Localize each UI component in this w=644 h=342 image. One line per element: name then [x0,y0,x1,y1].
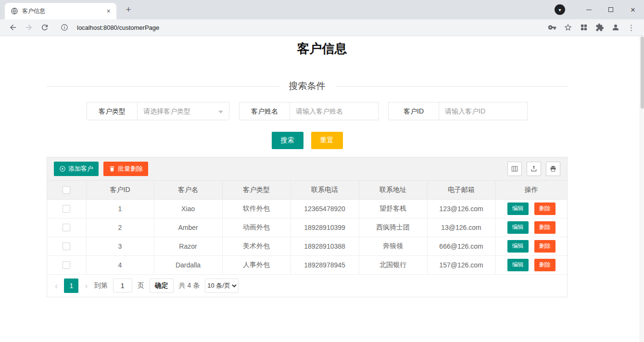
header-phone: 联系电话 [290,181,359,199]
customer-type-select-value: 请选择客户类型 [143,107,190,115]
select-all-checkbox[interactable] [63,186,70,194]
tab-strip: 客户信息 × + ▾ × [0,0,644,19]
customer-id-label: 客户ID [388,102,439,120]
password-key-icon[interactable] [545,21,558,34]
cell-customer-id: 3 [86,237,154,255]
search-form: 客户类型 请选择客户类型 客户姓名 客户ID [47,102,568,120]
cell-email: 13@126.com [427,218,495,237]
delete-button[interactable]: 删除 [534,203,556,215]
tab-title: 客户信息 [22,7,101,15]
reset-button[interactable]: 重置 [311,132,343,149]
site-info-icon[interactable] [58,21,71,34]
trash-icon [109,165,115,172]
refresh-button[interactable] [38,21,51,34]
cell-customer-type: 软件外包 [222,199,290,218]
cell-customer-type: 人事外包 [222,255,290,274]
row-checkbox[interactable] [63,261,70,269]
search-legend: 搜索条件 [279,80,335,92]
row-checkbox[interactable] [63,205,70,213]
delete-button[interactable]: 删除 [534,259,556,271]
batch-delete-button[interactable]: 批量删除 [103,162,148,176]
edit-button[interactable]: 编辑 [507,259,529,271]
browser-chrome: 客户信息 × + ▾ × localhost:8080/customerPage [0,0,644,36]
browser-menu-icon[interactable]: ⋮ [625,21,638,34]
prev-page-button[interactable]: ‹ [54,280,59,291]
header-operations: 操作 [495,181,567,199]
cell-customer-id: 1 [86,199,154,218]
customer-table: 客户ID 客户名 客户类型 联系电话 联系地址 电子邮箱 操作 1 Xiao [47,181,567,275]
plus-circle-icon [59,165,66,172]
customer-name-input[interactable] [290,102,379,120]
export-button[interactable] [527,162,541,176]
cell-customer-id: 2 [86,218,154,237]
tab-close-icon[interactable]: × [104,7,113,15]
row-checkbox[interactable] [63,242,70,250]
page-size-select[interactable]: 10 条/页 [205,279,239,293]
bookmark-star-icon[interactable] [561,21,574,34]
browser-tab[interactable]: 客户信息 × [5,3,116,19]
cell-customer-type: 美术外包 [222,237,290,255]
header-customer-name: 客户名 [154,181,222,199]
edit-button[interactable]: 编辑 [507,221,529,234]
header-email: 电子邮箱 [427,181,495,199]
cell-customer-name: Razor [154,237,222,255]
chevron-down-icon [218,111,223,114]
extensions-puzzle-icon[interactable] [593,21,606,34]
cell-address: 望舒客栈 [359,199,427,218]
add-customer-button[interactable]: 添加客户 [54,162,99,176]
filter-columns-button[interactable] [507,162,522,176]
cell-address: 北国银行 [359,255,427,274]
current-page-button[interactable]: 1 [64,279,78,293]
customer-name-group: 客户姓名 [239,102,379,120]
total-count-label: 共 4 条 [179,281,200,290]
search-button[interactable]: 搜索 [272,132,303,149]
grid-extension-icon[interactable] [577,21,590,34]
forward-button[interactable] [22,21,35,34]
url-text[interactable]: localhost:8080/customerPage [77,24,159,31]
cell-phone: 18928910399 [290,218,359,237]
columns-grid-icon [511,165,518,173]
goto-confirm-button[interactable]: 确定 [150,279,174,293]
printer-icon [549,165,557,173]
edit-button[interactable]: 编辑 [507,240,529,253]
close-icon: × [631,6,635,14]
delete-button[interactable]: 删除 [534,221,556,234]
cell-customer-name: Amber [154,218,222,237]
export-icon [530,165,538,173]
cell-customer-type: 动画外包 [222,218,290,237]
edit-button[interactable]: 编辑 [507,203,529,215]
row-checkbox[interactable] [63,224,70,231]
minimize-icon [586,10,592,10]
window-minimize-button[interactable] [578,1,600,18]
header-address: 联系地址 [359,181,427,199]
browser-toolbar: localhost:8080/customerPage ⋮ [0,19,644,36]
customer-type-label: 客户类型 [87,102,138,120]
cell-email: 123@126.com [427,199,495,218]
address-bar[interactable]: localhost:8080/customerPage [56,21,159,34]
next-page-button[interactable]: › [84,280,88,291]
scrollbar-thumb[interactable] [641,37,644,109]
customer-id-input[interactable] [439,102,528,120]
cell-customer-id: 4 [86,255,154,274]
goto-page-input[interactable] [113,279,132,292]
back-button[interactable] [6,21,19,34]
scrollbar[interactable] [640,36,644,342]
pagination: ‹ 1 › 到第 页 确定 共 4 条 10 条/页 [47,275,567,297]
profile-avatar[interactable] [609,21,622,34]
delete-button[interactable]: 删除 [534,240,556,253]
window-close-button[interactable]: × [622,1,644,18]
window-maximize-button[interactable] [600,1,622,18]
maximize-icon [608,7,613,12]
media-controls-button[interactable]: ▾ [555,4,565,15]
customer-type-select[interactable]: 请选择客户类型 [137,102,229,120]
cell-customer-name: Dardalla [154,255,222,274]
customer-id-group: 客户ID [388,102,528,120]
cell-address: 奔狼领 [359,237,427,255]
cell-customer-name: Xiao [154,199,222,218]
search-actions: 搜索 重置 [47,132,568,149]
customer-page: 客户信息 搜索条件 客户类型 请选择客户类型 客户姓名 客户ID 搜 [0,36,644,297]
goto-suffix-label: 页 [138,281,144,290]
search-section-divider: 搜索条件 [47,80,568,92]
print-button[interactable] [546,162,560,176]
new-tab-button[interactable]: + [123,4,134,15]
